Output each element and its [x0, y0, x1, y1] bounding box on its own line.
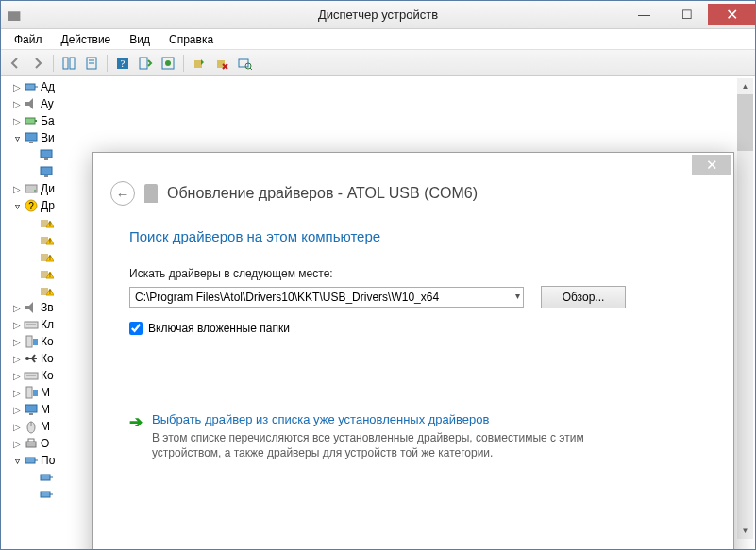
tree-item[interactable]: ▷М — [3, 401, 92, 418]
tree-item[interactable]: ▷М — [3, 418, 92, 435]
toolbar: ? — [1, 50, 755, 76]
tree-toggle-icon[interactable]: ▷ — [12, 184, 22, 194]
tree-item[interactable]: ▷Ди — [3, 180, 92, 197]
help-icon[interactable]: ? — [112, 53, 133, 74]
dialog-titlebar[interactable]: ✕ — [93, 153, 733, 181]
dialog-close-button[interactable]: ✕ — [692, 155, 731, 175]
maximize-button[interactable]: ☐ — [665, 4, 708, 25]
menu-view[interactable]: Вид — [120, 31, 160, 48]
tree-item[interactable]: ▿?Др — [3, 197, 92, 214]
uninstall-icon[interactable] — [211, 53, 232, 74]
tree-item[interactable] — [3, 163, 92, 180]
tree-item[interactable]: ▷Кл — [3, 316, 92, 333]
toolbar-sep — [183, 55, 184, 72]
tree-toggle-icon[interactable]: ▷ — [12, 422, 22, 432]
browse-button[interactable]: Обзор... — [541, 286, 626, 308]
tree-toggle-icon[interactable]: ▷ — [12, 388, 22, 398]
tree-toggle-icon[interactable]: ▷ — [12, 116, 22, 126]
include-subfolders-checkbox[interactable] — [129, 322, 143, 335]
tree-item[interactable]: ▿Ви — [3, 129, 92, 146]
scroll-up-icon[interactable]: ▲ — [737, 78, 753, 94]
svg-rect-59 — [29, 413, 33, 415]
menu-file[interactable]: Файл — [5, 31, 52, 48]
tree-toggle-icon[interactable]: ▿ — [12, 201, 22, 211]
menu-action[interactable]: Действие — [52, 31, 121, 48]
back-icon[interactable] — [5, 53, 25, 74]
scroll-thumb[interactable] — [737, 94, 753, 151]
forward-icon[interactable] — [27, 53, 48, 74]
refresh-icon[interactable] — [135, 53, 156, 74]
device-tree[interactable]: ▷Aд▷Ау▷Ба▿Ви▷Ди▿?Др!!!!!▷Зв▷Кл▷Ко▷Ко▷Ко▷… — [3, 78, 92, 541]
titlebar[interactable]: Диспетчер устройств — ☐ ✕ — [1, 1, 755, 29]
tree-item-label: Ко — [41, 352, 54, 365]
tree-item[interactable] — [3, 146, 92, 163]
svg-rect-19 — [35, 120, 37, 122]
option-title: Выбрать драйвер из списка уже установлен… — [152, 412, 643, 426]
display-icon — [39, 147, 54, 162]
svg-rect-10 — [194, 60, 202, 68]
svg-rect-24 — [41, 167, 52, 175]
tree-item[interactable]: ▷Ба — [3, 112, 92, 129]
scan-hardware-icon[interactable] — [234, 53, 255, 74]
toolbar-sep — [107, 55, 108, 72]
minimize-button[interactable]: — — [623, 4, 665, 25]
driver-path-input[interactable] — [129, 287, 524, 308]
tree-item[interactable]: ! — [3, 231, 92, 248]
section-title: Поиск драйверов на этом компьютере — [129, 228, 697, 244]
include-subfolders-row[interactable]: Включая вложенные папки — [129, 322, 697, 335]
tree-item[interactable]: ▷Ко — [3, 350, 92, 367]
tree-toggle-icon[interactable]: ▷ — [12, 439, 22, 449]
tree-toggle-icon[interactable]: ▿ — [12, 456, 22, 466]
svg-rect-18 — [25, 118, 35, 124]
tree-toggle-icon[interactable]: ▷ — [12, 320, 22, 330]
tree-item[interactable]: ▷Ау — [3, 95, 92, 112]
tree-toggle-icon[interactable]: ▷ — [12, 337, 22, 347]
tree-item[interactable]: ▷Ко — [3, 367, 92, 384]
tree-item[interactable]: ▷О — [3, 435, 92, 452]
svg-line-14 — [250, 68, 252, 70]
tree-toggle-icon[interactable]: ▷ — [12, 303, 22, 313]
dialog-back-button[interactable]: ← — [110, 181, 135, 206]
svg-rect-25 — [44, 175, 48, 177]
battery-icon — [24, 113, 39, 128]
tree-toggle-icon[interactable]: ▿ — [12, 133, 22, 143]
properties-icon[interactable] — [81, 53, 102, 74]
tree-item[interactable]: ▷Зв — [3, 299, 92, 316]
enable-icon[interactable] — [189, 53, 210, 74]
scroll-down-icon[interactable]: ▼ — [737, 523, 753, 539]
tree-item-label: Aд — [41, 80, 55, 93]
close-button[interactable]: ✕ — [708, 4, 755, 25]
tree-item[interactable]: ! — [3, 265, 92, 282]
keyboard-icon — [24, 368, 39, 383]
pick-from-list-option[interactable]: ➔ Выбрать драйвер из списка уже установл… — [129, 412, 697, 460]
tree-item-label: М — [41, 386, 50, 399]
tree-item-label: Зв — [41, 301, 54, 314]
show-hide-tree-icon[interactable] — [59, 53, 79, 74]
tree-item[interactable] — [3, 486, 92, 503]
include-subfolders-label: Включая вложенные папки — [148, 322, 290, 335]
tree-toggle-icon[interactable]: ▷ — [12, 405, 22, 415]
tree-item[interactable]: ▿По — [3, 452, 92, 469]
menu-help[interactable]: Справка — [160, 31, 223, 48]
tree-item[interactable]: ! — [3, 248, 92, 265]
warn-icon: ! — [39, 249, 54, 264]
tree-item[interactable]: ▷Ко — [3, 333, 92, 350]
tree-toggle-icon[interactable]: ▷ — [12, 354, 22, 364]
update-driver-icon[interactable] — [158, 53, 178, 74]
tree-item[interactable]: ▷Aд — [3, 78, 92, 95]
tree-toggle-icon[interactable]: ▷ — [12, 99, 22, 109]
path-label: Искать драйверы в следующем месте: — [129, 267, 697, 280]
other-icon: ? — [24, 198, 39, 213]
svg-rect-20 — [25, 133, 37, 141]
svg-rect-23 — [44, 158, 48, 160]
tree-item[interactable]: ! — [3, 282, 92, 299]
tree-item[interactable] — [3, 469, 92, 486]
tree-toggle-icon[interactable]: ▷ — [12, 371, 22, 381]
scrollbar[interactable]: ▲ ▼ — [737, 78, 753, 539]
tree-item[interactable]: ▷М — [3, 384, 92, 401]
tree-item-label: М — [41, 420, 50, 433]
device-icon — [144, 184, 158, 203]
audio-icon — [24, 96, 39, 111]
tree-item[interactable]: ! — [3, 214, 92, 231]
tree-toggle-icon[interactable]: ▷ — [12, 82, 22, 92]
